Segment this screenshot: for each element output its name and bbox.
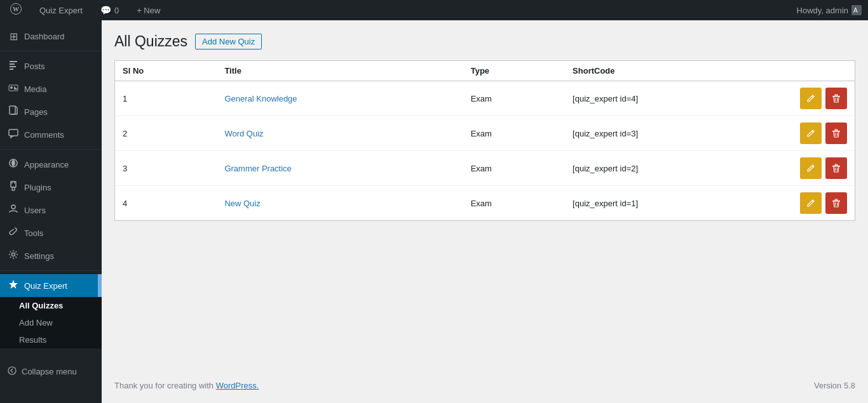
menu-arrow (98, 274, 102, 297)
page-footer: Thank you for creating with WordPress. V… (114, 368, 855, 390)
sidebar-item-appearance[interactable]: Appearance (0, 153, 102, 176)
footer-thank-you: Thank you for creating with (114, 381, 216, 390)
comments-button[interactable]: 💬 0 (97, 0, 123, 20)
table-row: 1General KnowledgeExam[quiz_expert id=4] (115, 81, 855, 116)
submenu-all-quizzes[interactable]: All Quizzes (0, 297, 102, 314)
site-name-button[interactable]: Quiz Expert (36, 0, 86, 20)
sidebar-item-quiz-expert-label: Quiz Expert (24, 281, 67, 291)
delete-button[interactable] (825, 122, 847, 144)
comments-icon: 💬 (100, 5, 111, 15)
quiz-title-link[interactable]: Word Quiz (224, 129, 263, 138)
new-button[interactable]: + New (133, 0, 164, 20)
appearance-icon (8, 158, 19, 171)
col-header-type: Type (463, 61, 565, 81)
quiz-title-link[interactable]: Grammer Practice (224, 164, 291, 173)
table-row: 4New QuizExam[quiz_expert id=1] (115, 186, 855, 221)
cell-title: New Quiz (217, 186, 463, 221)
cell-slno: 3 (115, 151, 217, 186)
svg-rect-4 (10, 61, 17, 62)
delete-button[interactable] (825, 88, 847, 109)
howdy-label: Howdy, admin (797, 6, 848, 15)
cell-slno: 2 (115, 116, 217, 151)
page-title: All Quizzes (114, 33, 187, 50)
new-label: + New (137, 6, 160, 15)
sidebar-item-posts-label: Posts (24, 62, 45, 71)
svg-rect-34 (835, 164, 837, 166)
table-row: 3Grammer PracticeExam[quiz_expert id=2] (115, 151, 855, 186)
menu-sep-3 (0, 270, 102, 271)
svg-rect-11 (10, 106, 15, 114)
cell-type: Exam (463, 186, 565, 221)
delete-button[interactable] (825, 157, 847, 179)
sidebar-item-tools[interactable]: Tools (0, 221, 102, 244)
col-header-shortcode: ShortCode (565, 61, 791, 81)
menu-sep-2 (0, 149, 102, 150)
collapse-menu-button[interactable]: Collapse menu (0, 361, 102, 382)
cell-type: Exam (463, 151, 565, 186)
cell-actions (791, 151, 855, 186)
collapse-menu-label: Collapse menu (22, 367, 77, 376)
svg-rect-12 (9, 129, 18, 136)
admin-bar: W Quiz Expert 💬 0 + New Howdy, admin A (0, 0, 868, 20)
sidebar-item-media[interactable]: Media (0, 77, 102, 100)
cell-title: Word Quiz (217, 116, 463, 151)
col-header-slno: Sl No (115, 61, 217, 81)
sidebar-item-media-label: Media (24, 84, 46, 94)
cell-slno: 1 (115, 81, 217, 116)
footer-wp-link[interactable]: WordPress. (216, 381, 259, 390)
quizzes-tbody: 1General KnowledgeExam[quiz_expert id=4]… (115, 81, 855, 221)
cell-shortcode: [quiz_expert id=4] (565, 81, 791, 116)
sidebar-item-users-label: Users (24, 206, 46, 215)
sidebar-item-plugins[interactable]: Plugins (0, 176, 102, 199)
site-name-label: Quiz Expert (39, 6, 83, 15)
sidebar-item-settings[interactable]: Settings (0, 244, 102, 267)
submenu-add-new[interactable]: Add New (0, 314, 102, 331)
quiz-title-link[interactable]: New Quiz (224, 199, 260, 208)
media-icon (8, 83, 19, 95)
comments-sidebar-icon (8, 128, 19, 141)
table-header-row: Sl No Title Type ShortCode (115, 61, 855, 81)
col-header-actions (791, 61, 855, 81)
tools-icon (8, 227, 19, 239)
svg-point-18 (11, 205, 15, 209)
page-header: All Quizzes Add New Quiz (114, 33, 855, 50)
sidebar-item-pages[interactable]: Pages (0, 100, 102, 123)
footer-left: Thank you for creating with WordPress. (114, 381, 259, 390)
cell-actions (791, 186, 855, 221)
cell-title: General Knowledge (217, 81, 463, 116)
sidebar-item-plugins-label: Plugins (24, 183, 51, 192)
table-row: 2Word QuizExam[quiz_expert id=3] (115, 116, 855, 151)
delete-button[interactable] (825, 192, 847, 214)
quiz-title-link[interactable]: General Knowledge (224, 94, 297, 103)
svg-rect-14 (11, 182, 16, 187)
sidebar-item-posts[interactable]: Posts (0, 55, 102, 77)
cell-type: Exam (463, 81, 565, 116)
cell-shortcode: [quiz_expert id=3] (565, 116, 791, 151)
howdy-section: Howdy, admin A (797, 5, 862, 15)
posts-icon (8, 60, 19, 72)
quizzes-table-wrap: Sl No Title Type ShortCode 1General Know… (114, 60, 855, 221)
edit-button[interactable] (800, 122, 822, 144)
svg-point-19 (12, 253, 15, 256)
svg-rect-24 (835, 95, 837, 96)
wp-logo-button[interactable]: W (6, 0, 25, 20)
sidebar-item-dashboard[interactable]: ⊞ Dashboard (0, 25, 102, 48)
edit-button[interactable] (800, 192, 822, 214)
comments-count: 0 (114, 6, 119, 15)
footer-version: Version 5.8 (814, 381, 855, 390)
sidebar-item-comments[interactable]: Comments (0, 123, 102, 146)
cell-actions (791, 81, 855, 116)
svg-rect-6 (10, 66, 16, 67)
add-new-quiz-button[interactable]: Add New Quiz (195, 34, 262, 50)
edit-button[interactable] (800, 157, 822, 179)
cell-actions (791, 116, 855, 151)
cell-slno: 4 (115, 186, 217, 221)
sidebar-item-users[interactable]: Users (0, 199, 102, 221)
sidebar-item-quiz-expert[interactable]: Quiz Expert (0, 274, 102, 297)
admin-avatar: A (851, 5, 862, 15)
edit-button[interactable] (800, 88, 822, 109)
cell-type: Exam (463, 116, 565, 151)
submenu-results[interactable]: Results (0, 331, 102, 348)
sidebar-item-settings-label: Settings (24, 251, 54, 261)
col-header-title: Title (217, 61, 463, 81)
